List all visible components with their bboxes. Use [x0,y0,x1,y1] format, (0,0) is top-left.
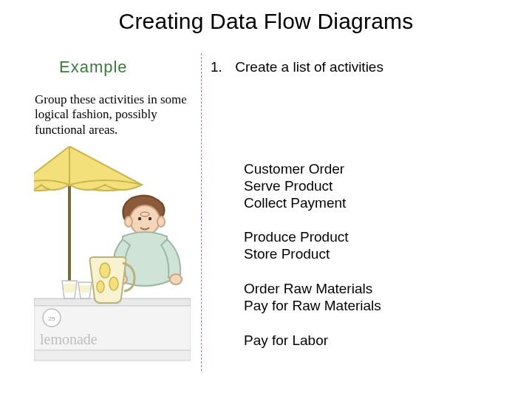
lemonade-stand-illustration: lemonade 25 [34,146,191,362]
vertical-divider [201,53,202,371]
activity-group: Produce Product Store Product [244,229,381,263]
example-heading: Example [59,58,128,77]
svg-point-1 [130,205,160,235]
step-number: 1. [211,59,231,75]
activity-item: Collect Payment [244,195,381,212]
lemonade-sign-text: lemonade [40,331,98,347]
page-title: Creating Data Flow Diagrams [0,9,532,34]
step-text: Create a list of activities [235,59,383,75]
price-tag-icon: 25 [43,309,61,327]
activity-item: Order Raw Materials [244,281,381,298]
slide: Creating Data Flow Diagrams Example Grou… [0,0,532,399]
svg-point-12 [100,263,110,278]
activity-groups: Customer Order Serve Product Collect Pay… [244,161,381,366]
svg-point-5 [125,216,132,227]
activity-group: Pay for Labor [244,332,381,349]
activity-item: Pay for Raw Materials [244,298,381,315]
step-line: 1. Create a list of activities [211,59,383,75]
svg-rect-16 [80,285,90,293]
svg-rect-11 [34,350,191,361]
cup-icon [78,282,92,299]
svg-point-8 [170,274,182,284]
instruction-text: Group these activities in some logical f… [35,92,190,137]
activity-item: Pay for Labor [244,332,381,349]
cup-icon [62,281,77,299]
svg-point-13 [109,277,118,290]
svg-rect-15 [64,284,75,293]
svg-point-2 [138,217,141,220]
activity-item: Customer Order [244,161,381,178]
activity-group: Customer Order Serve Product Collect Pay… [244,161,381,211]
activity-item: Produce Product [244,229,381,246]
svg-point-3 [149,217,151,220]
svg-text:25: 25 [49,316,55,322]
activity-item: Serve Product [244,178,381,195]
svg-point-6 [157,216,165,227]
svg-point-14 [97,281,104,293]
activity-item: Store Product [244,246,381,263]
activity-group: Order Raw Materials Pay for Raw Material… [244,281,381,315]
counter-icon [34,299,191,361]
